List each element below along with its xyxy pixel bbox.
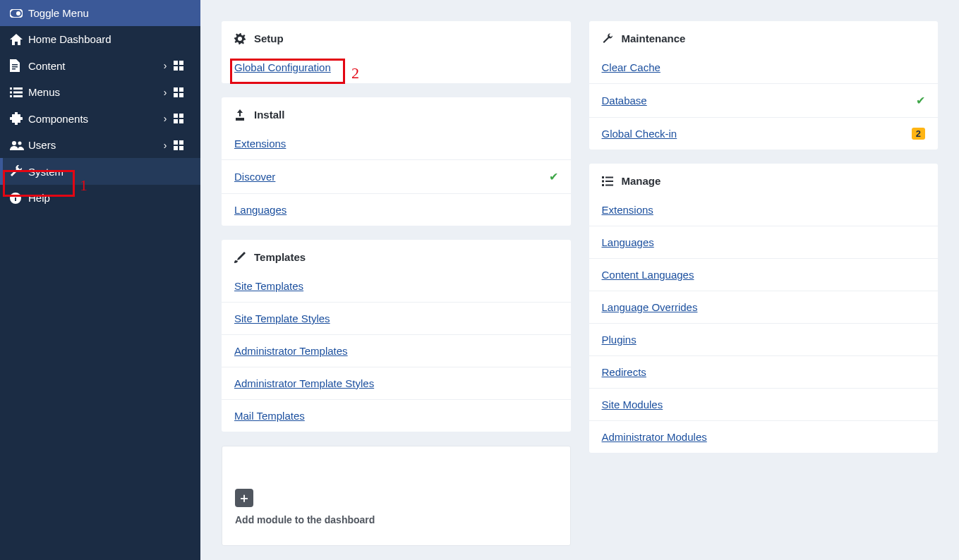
svg-rect-22 [179, 119, 183, 123]
link-label[interactable]: Content Languages [602, 269, 694, 281]
link-database[interactable]: Database ✔ [589, 83, 939, 117]
link-plugins[interactable]: Plugins [589, 323, 939, 355]
link-clear-cache[interactable]: Clear Cache [589, 51, 939, 83]
card-title: Install [254, 109, 284, 121]
left-column: Setup Global Configuration Install Exten… [222, 21, 571, 539]
puzzle-icon [10, 112, 28, 125]
link-global-checkin[interactable]: Global Check-in 2 [589, 117, 939, 150]
count-badge: 2 [912, 128, 925, 140]
link-discover[interactable]: Discover ✔ [222, 159, 571, 193]
brush-icon [234, 252, 247, 263]
sidebar-item-system[interactable]: System [0, 158, 200, 185]
svg-rect-26 [179, 140, 183, 145]
link-label[interactable]: Language Overrides [602, 301, 698, 313]
link-label[interactable]: Administrator Templates [234, 345, 348, 357]
card-title: Templates [254, 251, 306, 263]
sidebar-item-components[interactable]: Components › [0, 105, 200, 132]
sidebar-item-label: Home Dashboard [28, 33, 191, 45]
svg-rect-32 [602, 176, 604, 178]
link-label[interactable]: Extensions [602, 204, 653, 216]
main-content: Setup Global Configuration Install Exten… [200, 0, 959, 560]
link-site-modules[interactable]: Site Modules [589, 388, 939, 420]
link-redirects[interactable]: Redirects [589, 355, 939, 388]
svg-rect-19 [174, 114, 178, 118]
sidebar-item-users[interactable]: Users › [0, 132, 200, 158]
link-manage-extensions[interactable]: Extensions [589, 194, 939, 226]
link-global-configuration[interactable]: Global Configuration [222, 51, 571, 83]
sidebar-item-label: System [28, 166, 191, 178]
gear-icon [234, 33, 247, 44]
card-title: Setup [254, 32, 284, 44]
sidebar-item-menus[interactable]: Menus › [0, 79, 200, 105]
toggle-menu-button[interactable]: Toggle Menu [0, 0, 200, 26]
link-label[interactable]: Mail Templates [234, 410, 305, 422]
dashboard-grid-icon[interactable] [174, 114, 191, 123]
svg-rect-28 [179, 146, 183, 150]
add-module-button[interactable]: ＋ Add module to the dashboard [222, 446, 571, 546]
link-administrator-templates[interactable]: Administrator Templates [222, 334, 571, 367]
setup-card: Setup Global Configuration [222, 21, 571, 83]
svg-rect-10 [13, 87, 23, 90]
sidebar-item-content[interactable]: Content › [0, 52, 200, 79]
chevron-right-icon: › [157, 140, 174, 151]
link-site-templates[interactable]: Site Templates [222, 270, 571, 302]
dashboard-grid-icon[interactable] [174, 87, 191, 97]
upload-icon [234, 109, 247, 121]
dashboard-grid-icon[interactable] [174, 61, 191, 71]
svg-rect-20 [179, 114, 183, 118]
card-header-manage: Manage [589, 164, 939, 194]
svg-rect-4 [12, 68, 16, 70]
svg-rect-12 [13, 91, 23, 93]
plus-icon: ＋ [235, 489, 253, 507]
sidebar-item-label: Help [28, 192, 191, 204]
svg-rect-36 [602, 184, 604, 186]
link-administrator-modules[interactable]: Administrator Modules [589, 420, 939, 453]
link-label[interactable]: Global Check-in [602, 128, 677, 140]
link-label[interactable]: Plugins [602, 334, 637, 346]
link-label[interactable]: Site Modules [602, 398, 663, 410]
link-label[interactable]: Clear Cache [602, 61, 661, 73]
sidebar-item-label: Users [28, 139, 157, 151]
card-header-install: Install [222, 97, 571, 128]
link-extensions[interactable]: Extensions [222, 128, 571, 159]
chevron-right-icon: › [157, 113, 174, 124]
check-icon: ✔ [549, 170, 558, 183]
link-label[interactable]: Extensions [234, 138, 286, 150]
svg-rect-17 [174, 93, 178, 97]
link-label[interactable]: Redirects [602, 366, 646, 378]
link-mail-templates[interactable]: Mail Templates [222, 399, 571, 432]
sidebar-item-label: Content [28, 60, 157, 72]
link-label[interactable]: Global Configuration [234, 61, 331, 73]
svg-point-24 [18, 141, 22, 145]
sidebar-item-help[interactable]: Help [0, 185, 200, 211]
link-label[interactable]: Languages [602, 236, 654, 248]
svg-rect-37 [605, 184, 613, 185]
link-label[interactable]: Database [602, 95, 647, 106]
toggle-icon [10, 9, 28, 18]
link-label[interactable]: Administrator Template Styles [234, 377, 374, 389]
link-label[interactable]: Languages [234, 204, 287, 216]
svg-rect-2 [12, 64, 18, 66]
svg-rect-18 [179, 93, 183, 97]
svg-point-31 [15, 195, 16, 196]
link-label[interactable]: Site Templates [234, 280, 303, 292]
link-label[interactable]: Site Template Styles [234, 312, 330, 324]
svg-rect-27 [174, 146, 178, 150]
dashboard-grid-icon[interactable] [174, 140, 191, 150]
svg-rect-33 [605, 176, 613, 178]
link-label[interactable]: Administrator Modules [602, 431, 707, 443]
card-header-templates: Templates [222, 240, 571, 270]
link-language-overrides[interactable]: Language Overrides [589, 291, 939, 323]
link-label[interactable]: Discover [234, 171, 275, 183]
link-content-languages[interactable]: Content Languages [589, 258, 939, 291]
link-administrator-template-styles[interactable]: Administrator Template Styles [222, 367, 571, 399]
info-icon [10, 193, 28, 204]
svg-rect-16 [179, 87, 183, 92]
sidebar: Toggle Menu Home Dashboard Content › Men… [0, 0, 200, 560]
link-manage-languages[interactable]: Languages [589, 226, 939, 258]
sidebar-item-label: Components [28, 113, 157, 125]
sidebar-item-home-dashboard[interactable]: Home Dashboard [0, 26, 200, 52]
card-header-setup: Setup [222, 21, 571, 51]
link-site-template-styles[interactable]: Site Template Styles [222, 302, 571, 334]
link-languages-install[interactable]: Languages [222, 193, 571, 226]
